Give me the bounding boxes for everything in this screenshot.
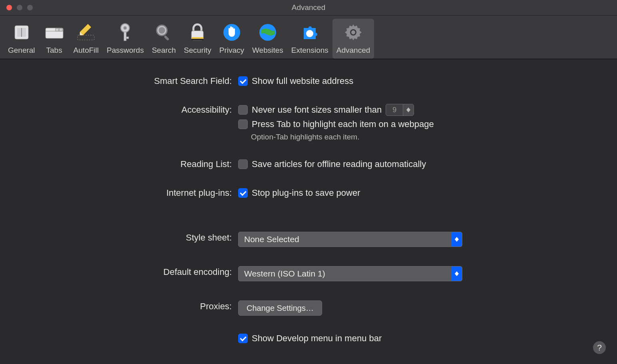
svg-rect-17 xyxy=(191,39,203,40)
tab-passwords[interactable]: Passwords xyxy=(103,19,148,59)
default-encoding-label: Default encoding: xyxy=(16,266,238,278)
key-icon xyxy=(114,21,136,44)
tab-label: Security xyxy=(184,46,211,55)
svg-rect-7 xyxy=(78,35,94,40)
tab-label: Extensions xyxy=(291,46,328,55)
lock-icon xyxy=(186,21,209,44)
default-encoding-value: Western (ISO Latin 1) xyxy=(244,269,325,278)
svg-rect-11 xyxy=(126,37,129,39)
globe-icon xyxy=(257,21,279,44)
default-encoding-popup[interactable]: Western (ISO Latin 1) xyxy=(238,266,462,281)
save-offline-label: Save articles for offline reading automa… xyxy=(252,158,426,170)
close-window-button[interactable] xyxy=(6,5,12,10)
press-tab-checkbox[interactable] xyxy=(238,119,248,129)
stop-plugins-checkbox[interactable] xyxy=(238,188,248,198)
save-offline-checkbox[interactable] xyxy=(238,159,248,169)
switch-icon xyxy=(10,21,33,44)
font-size-value: 9 xyxy=(386,104,403,116)
never-smaller-checkbox[interactable] xyxy=(238,105,248,115)
svg-rect-2 xyxy=(21,28,22,37)
proxies-label: Proxies: xyxy=(16,300,238,312)
svg-rect-14 xyxy=(164,35,169,41)
gear-icon xyxy=(342,21,364,44)
accessibility-label: Accessibility: xyxy=(16,104,238,116)
reading-list-label: Reading List: xyxy=(16,158,238,170)
tab-label: Search xyxy=(152,46,176,55)
magnifier-icon xyxy=(153,21,175,44)
minimize-window-button[interactable] xyxy=(17,5,22,10)
popup-arrows-icon xyxy=(452,267,462,281)
tab-websites[interactable]: Websites xyxy=(248,19,287,59)
tab-tabs[interactable]: Tabs xyxy=(39,19,70,59)
svg-rect-5 xyxy=(56,28,59,31)
tab-general[interactable]: General xyxy=(4,19,39,59)
style-sheet-popup[interactable]: None Selected xyxy=(238,232,462,247)
svg-point-20 xyxy=(306,30,313,37)
tab-label: Privacy xyxy=(219,46,244,55)
tab-privacy[interactable]: Privacy xyxy=(215,19,248,59)
font-size-stepper[interactable]: 9 xyxy=(386,104,414,116)
help-button[interactable]: ? xyxy=(593,341,606,354)
tab-extensions[interactable]: Extensions xyxy=(287,19,332,59)
plugins-label: Internet plug-ins: xyxy=(16,187,238,199)
option-tab-hint: Option-Tab highlights each item. xyxy=(251,133,434,141)
help-label: ? xyxy=(597,343,602,352)
pencil-form-icon xyxy=(75,21,97,44)
tab-autofill[interactable]: AutoFill xyxy=(70,19,103,59)
press-tab-label: Press Tab to highlight each item on a we… xyxy=(252,118,434,130)
svg-point-13 xyxy=(159,27,165,34)
window-title: Advanced xyxy=(292,3,326,12)
tab-advanced[interactable]: Advanced xyxy=(332,19,374,59)
tab-label: AutoFill xyxy=(74,46,99,55)
smart-search-label: Smart Search Field: xyxy=(16,75,238,87)
svg-point-9 xyxy=(123,26,127,30)
popup-arrows-icon xyxy=(452,232,462,247)
never-smaller-label: Never use font sizes smaller than xyxy=(252,104,382,116)
svg-rect-10 xyxy=(124,32,126,41)
title-bar: Advanced xyxy=(0,0,617,16)
zoom-window-button[interactable] xyxy=(27,5,33,10)
tab-label: Advanced xyxy=(336,46,370,55)
tabs-icon xyxy=(43,21,66,44)
tab-label: Tabs xyxy=(46,46,62,55)
preferences-content: Smart Search Field: Show full website ad… xyxy=(0,59,617,364)
preferences-toolbar: General Tabs AutoFill Passwords Search S… xyxy=(0,16,617,59)
puzzle-compass-icon xyxy=(299,21,321,44)
style-sheet-label: Style sheet: xyxy=(16,232,238,244)
svg-rect-6 xyxy=(59,28,62,31)
stepper-arrows-icon xyxy=(403,104,414,115)
show-develop-menu-checkbox[interactable] xyxy=(238,334,248,343)
stop-plugins-label: Stop plug-ins to save power xyxy=(252,187,360,199)
change-settings-label: Change Settings… xyxy=(247,304,314,313)
tab-security[interactable]: Security xyxy=(180,19,215,59)
tab-label: Passwords xyxy=(107,46,144,55)
svg-rect-16 xyxy=(191,37,203,39)
show-full-address-label: Show full website address xyxy=(252,75,353,87)
hand-icon xyxy=(221,21,243,44)
change-settings-button[interactable]: Change Settings… xyxy=(238,300,322,316)
tab-label: General xyxy=(8,46,35,55)
window-controls xyxy=(6,5,33,10)
tab-search[interactable]: Search xyxy=(148,19,180,59)
show-develop-menu-label: Show Develop menu in menu bar xyxy=(252,332,382,344)
svg-point-22 xyxy=(351,30,355,34)
show-full-address-checkbox[interactable] xyxy=(238,76,248,86)
style-sheet-value: None Selected xyxy=(244,235,299,244)
tab-label: Websites xyxy=(252,46,283,55)
